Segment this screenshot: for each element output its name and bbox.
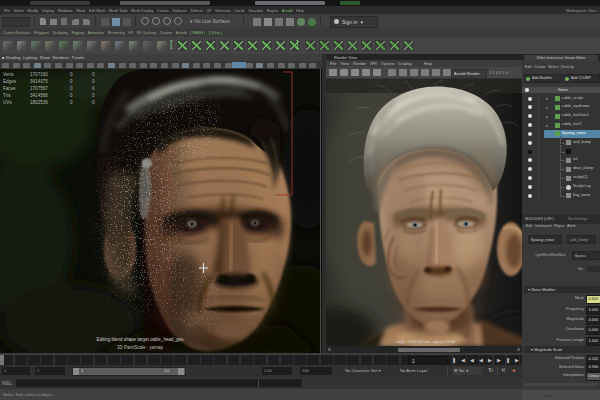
svg-text:0: 0 (70, 72, 73, 77)
svg-text:0: 0 (92, 100, 95, 105)
svg-text:3414566: 3414566 (30, 93, 48, 98)
svg-text:1802536: 1802536 (30, 100, 48, 105)
svg-text:Verts: Verts (3, 72, 14, 77)
svg-text:Tris: Tris (3, 93, 11, 98)
svg-text:1707567: 1707567 (30, 86, 48, 91)
svg-text:Editing blend shape target cab: Editing blend shape target cable_head_ge… (97, 337, 184, 342)
svg-text:3414375: 3414375 (30, 79, 48, 84)
svg-text:0: 0 (92, 79, 95, 84)
svg-text:0: 0 (70, 86, 73, 91)
svg-text:0: 0 (92, 72, 95, 77)
svg-text:args : 15/4 (3) hide, ugray 1.: args : 15/4 (3) hide, ugray 1.5GB (397, 339, 456, 344)
svg-text:1707160: 1707160 (30, 72, 48, 77)
svg-text:3D PaintScale : yamap: 3D PaintScale : yamap (117, 345, 163, 350)
svg-text:UVs: UVs (3, 100, 12, 105)
svg-text:Edges: Edges (3, 79, 17, 84)
svg-text:0: 0 (70, 93, 73, 98)
svg-text:0: 0 (92, 93, 95, 98)
svg-text:0: 0 (92, 86, 95, 91)
svg-text:0: 0 (70, 79, 73, 84)
svg-text:Faces: Faces (3, 86, 16, 91)
svg-text:0: 0 (70, 100, 73, 105)
